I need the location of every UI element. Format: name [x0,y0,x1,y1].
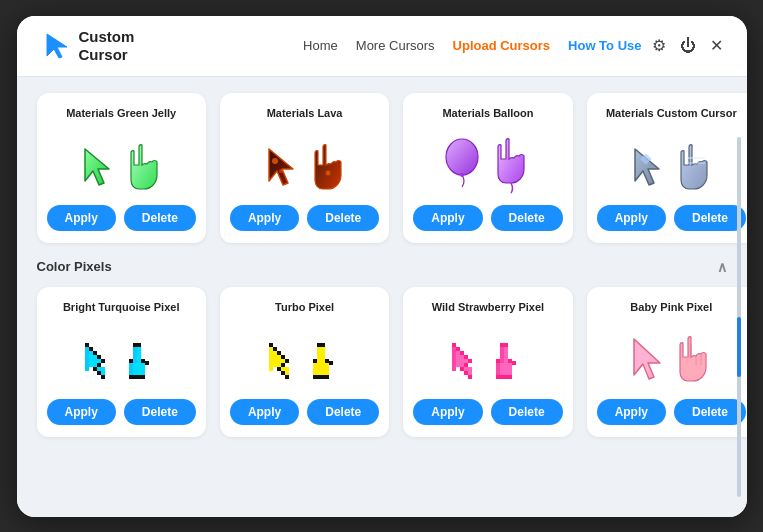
svg-rect-83 [285,371,289,375]
delete-button-balloon[interactable]: Delete [491,205,563,231]
section-header-color-pixels: Color Pixels ∧ [37,259,727,275]
svg-rect-22 [89,359,93,363]
svg-rect-105 [329,361,333,365]
svg-rect-26 [93,359,97,363]
card-buttons-turbo: Apply Delete [230,399,379,425]
cursor-pointer-pink [678,335,716,387]
nav-more-cursors[interactable]: More Cursors [356,38,435,53]
svg-rect-62 [269,355,273,359]
svg-rect-146 [496,375,500,379]
delete-button-lava[interactable]: Delete [307,205,379,231]
gear-icon[interactable]: ⚙ [652,36,666,55]
svg-rect-15 [85,355,89,359]
svg-marker-0 [47,34,67,58]
chevron-up-icon[interactable]: ∧ [717,259,727,275]
svg-rect-27 [93,363,97,367]
nav-home[interactable]: Home [303,38,338,53]
svg-rect-16 [85,359,89,363]
svg-rect-47 [137,359,141,363]
delete-button-custom[interactable]: Delete [674,205,746,231]
cursor-arrow-strawberry [446,339,484,387]
svg-rect-87 [317,351,321,355]
svg-rect-152 [512,361,516,365]
svg-rect-76 [281,355,285,359]
nav-how-to-use[interactable]: How To Use [568,38,641,53]
svg-rect-50 [129,367,133,371]
svg-rect-89 [317,359,321,363]
svg-rect-69 [273,359,277,363]
apply-button-green-jelly[interactable]: Apply [47,205,116,231]
svg-rect-45 [137,351,141,355]
svg-rect-122 [460,367,464,371]
svg-rect-109 [452,355,456,359]
delete-button-turquoise[interactable]: Delete [124,399,196,425]
cursor-card-balloon: Materials Balloon [403,93,572,243]
nav-upload-cursors[interactable]: Upload Cursors [453,38,551,53]
svg-point-3 [272,158,278,164]
svg-rect-134 [500,351,504,355]
card-title-turquoise: Bright Turquoise Pixel [63,301,180,313]
cursor-arrow-custom [627,143,671,193]
apply-button-custom[interactable]: Apply [597,205,666,231]
svg-rect-41 [133,355,137,359]
delete-button-turbo[interactable]: Delete [307,399,379,425]
svg-rect-135 [500,355,504,359]
svg-rect-119 [460,355,464,359]
delete-button-strawberry[interactable]: Delete [491,399,563,425]
svg-rect-143 [496,363,500,367]
svg-rect-43 [137,343,141,347]
svg-rect-96 [313,363,317,367]
svg-rect-148 [500,367,512,371]
svg-rect-115 [456,355,460,359]
apply-button-lava[interactable]: Apply [230,205,299,231]
svg-rect-61 [269,351,273,355]
svg-rect-24 [93,351,97,355]
close-icon[interactable]: ✕ [710,36,723,55]
svg-rect-46 [137,355,141,359]
svg-rect-88 [317,355,321,359]
svg-rect-64 [269,363,273,367]
logo: Custom Cursor [41,28,135,64]
svg-rect-113 [456,347,460,351]
svg-rect-75 [277,367,281,371]
nav: Home More Cursors Upload Cursors How To … [303,38,641,53]
svg-rect-29 [97,355,101,359]
cursor-images-green-jelly [77,129,165,193]
apply-button-turbo[interactable]: Apply [230,399,299,425]
svg-rect-125 [464,363,468,367]
svg-rect-95 [313,359,317,363]
apply-button-turquoise[interactable]: Apply [47,399,116,425]
svg-rect-42 [133,359,137,363]
apply-button-strawberry[interactable]: Apply [413,399,482,425]
delete-button-green-jelly[interactable]: Delete [124,205,196,231]
svg-rect-34 [101,359,105,363]
power-icon[interactable]: ⏻ [680,37,696,55]
svg-rect-110 [452,359,456,363]
svg-rect-100 [317,363,329,367]
cursor-images-custom [627,129,715,193]
svg-rect-124 [464,359,468,363]
svg-rect-99 [313,375,317,379]
card-title-turbo: Turbo Pixel [275,301,334,313]
apply-button-balloon[interactable]: Apply [413,205,482,231]
cursor-pointer-lava [313,143,349,193]
card-buttons-turquoise: Apply Delete [47,399,196,425]
cursor-images-lava [261,129,349,193]
delete-button-pink[interactable]: Delete [674,399,746,425]
scrollbar[interactable] [737,137,741,497]
svg-rect-40 [133,351,137,355]
svg-rect-32 [97,367,101,371]
svg-rect-80 [281,371,285,375]
card-buttons-custom: Apply Delete [597,205,746,231]
svg-rect-51 [129,371,133,375]
svg-rect-128 [468,359,472,363]
svg-rect-107 [452,347,456,351]
svg-rect-98 [313,371,317,375]
svg-rect-53 [133,363,145,367]
svg-rect-19 [89,347,93,351]
cursor-card-turbo: Turbo Pixel [220,287,389,437]
svg-rect-90 [321,343,325,347]
svg-rect-117 [456,363,460,367]
apply-button-pink[interactable]: Apply [597,399,666,425]
svg-rect-82 [285,367,289,371]
